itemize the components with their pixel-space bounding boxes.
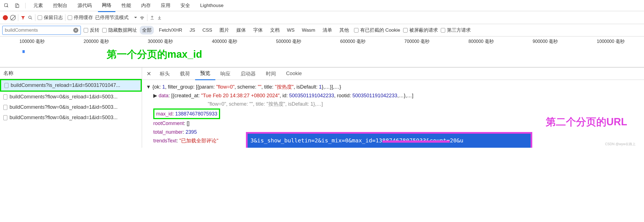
request-row[interactable]: buildComments?flow=0&is_reload=1&id=5003… — [0, 102, 142, 112]
filter-font[interactable]: 字体 — [251, 26, 265, 34]
separator — [25, 3, 26, 8]
blocked-cookies-checkbox[interactable]: 有已拦截的 Cookie — [354, 27, 400, 33]
timeline-label: 300000 毫秒 — [148, 39, 173, 45]
tab-response[interactable]: 响应 — [215, 68, 236, 80]
import-har-icon[interactable] — [150, 15, 155, 20]
filter-wasm[interactable]: Wasm — [300, 26, 318, 34]
network-conditions-icon[interactable] — [139, 15, 145, 20]
inspect-icon[interactable] — [2, 2, 11, 9]
annotation-first-page-max-id: 第一个分页的max_id — [107, 48, 202, 61]
svg-rect-2 — [17, 4, 19, 8]
clear-button-icon[interactable] — [10, 15, 16, 20]
third-party-checkbox[interactable]: 第三方请求 — [441, 27, 471, 33]
record-button-icon[interactable] — [3, 15, 8, 20]
filter-bar: buildComments ✕ 反转 隐藏数据网址 全部 Fetch/XHR J… — [0, 24, 644, 36]
device-toggle-icon[interactable] — [13, 2, 21, 9]
max-id-highlight: max_id: 138874678075933 — [153, 108, 220, 119]
tab-security[interactable]: 安全 — [177, 0, 194, 11]
tab-payload[interactable]: 载荷 — [175, 68, 195, 80]
request-row[interactable]: buildComments?flow=0&is_reload=1&id=5003… — [0, 92, 142, 102]
timeline-label: 900000 毫秒 — [533, 39, 558, 45]
tab-network[interactable]: 网络 — [98, 0, 115, 12]
clear-filter-icon[interactable]: ✕ — [73, 28, 78, 33]
filter-img[interactable]: 图片 — [217, 26, 231, 34]
devtools-tabs: 元素 控制台 源代码 网络 性能 内存 应用 安全 Lighthouse — [0, 0, 644, 11]
filter-doc[interactable]: 文档 — [268, 26, 282, 34]
url-selection-highlight: 3&is_show_bulletin=2&is_mix=0&max_id=138… — [246, 132, 532, 148]
tab-preview[interactable]: 预览 — [195, 67, 215, 80]
filter-input[interactable]: buildComments ✕ — [2, 26, 81, 35]
tab-lighthouse[interactable]: Lighthouse — [196, 0, 227, 11]
disable-cache-checkbox[interactable]: 停用缓存 — [68, 14, 93, 21]
chevron-down-icon — [134, 17, 137, 18]
filter-css[interactable]: CSS — [200, 26, 214, 34]
expand-collapse-icon[interactable]: ▶ — [153, 93, 157, 98]
filter-all[interactable]: 全部 — [140, 26, 154, 34]
timeline-request-mark — [22, 50, 25, 53]
filter-other[interactable]: 其他 — [337, 26, 351, 34]
close-detail-button[interactable]: ✕ — [143, 70, 155, 77]
tab-application[interactable]: 应用 — [157, 0, 174, 11]
tab-headers[interactable]: 标头 — [155, 68, 175, 80]
file-icon — [3, 94, 7, 100]
timeline-label: 100000 毫秒 — [19, 39, 45, 45]
timeline-label: 400000 毫秒 — [212, 39, 237, 45]
annotation-second-page-url: 第二个分页的URL — [546, 115, 627, 129]
watermark: CSDN @wyw在路上 — [605, 142, 636, 147]
tab-performance[interactable]: 性能 — [118, 0, 135, 11]
tab-memory[interactable]: 内存 — [137, 0, 155, 11]
filter-media[interactable]: 媒体 — [234, 26, 248, 34]
tab-console[interactable]: 控制台 — [49, 0, 71, 11]
svg-point-4 — [142, 19, 142, 19]
separator — [18, 14, 18, 21]
expand-collapse-icon[interactable]: ▼ — [146, 84, 151, 90]
request-list-panel: 名称 buildComments?is_reload=1&id=50031701… — [0, 68, 142, 148]
separator — [35, 14, 35, 21]
preserve-log-checkbox[interactable]: 保留日志 — [38, 14, 63, 21]
request-detail-panel: ✕ 标头 载荷 预览 响应 启动器 时间 Cookie ▼ {ok: 1, fi… — [142, 68, 644, 148]
timeline-label: 600000 毫秒 — [340, 39, 366, 45]
tab-timing[interactable]: 时间 — [261, 68, 281, 80]
request-row[interactable]: buildComments?is_reload=1&id=50031701047… — [0, 79, 142, 92]
throttling-selector[interactable]: 已停用节流模式 — [95, 14, 137, 21]
name-column-header: 名称 — [0, 68, 142, 79]
timeline-label: 200000 毫秒 — [84, 39, 109, 45]
filter-ws[interactable]: WS — [285, 26, 297, 34]
network-split: 名称 buildComments?is_reload=1&id=50031701… — [0, 67, 644, 148]
separator — [65, 14, 65, 21]
search-icon[interactable] — [28, 15, 33, 20]
hide-data-urls-checkbox[interactable]: 隐藏数据网址 — [102, 27, 137, 33]
filter-js[interactable]: JS — [187, 26, 197, 34]
detail-tabs: ✕ 标头 载荷 预览 响应 启动器 时间 Cookie — [142, 68, 644, 80]
timeline-label: 800000 毫秒 — [469, 39, 494, 45]
disable-cache-label: 停用缓存 — [74, 14, 93, 21]
tab-elements[interactable]: 元素 — [29, 0, 47, 11]
network-toolbar: 保留日志 停用缓存 已停用节流模式 — [0, 11, 644, 24]
filter-manifest[interactable]: 清单 — [320, 26, 334, 34]
tab-cookie[interactable]: Cookie — [281, 68, 307, 79]
timeline-label: 500000 毫秒 — [276, 39, 301, 45]
timeline-label: 700000 毫秒 — [404, 39, 430, 45]
timeline-label: 1000000 毫秒 — [597, 39, 625, 45]
request-row[interactable]: buildComments?flow=0&is_reload=1&id=5003… — [0, 112, 142, 123]
file-icon — [3, 105, 7, 110]
separator — [147, 14, 147, 21]
tab-initiator[interactable]: 启动器 — [236, 68, 261, 80]
blocked-requests-checkbox[interactable]: 被屏蔽的请求 — [403, 27, 438, 33]
invert-checkbox[interactable]: 反转 — [84, 27, 99, 33]
tab-sources[interactable]: 源代码 — [74, 0, 96, 11]
preserve-log-label: 保留日志 — [44, 14, 63, 21]
file-icon — [4, 83, 8, 88]
file-icon — [3, 115, 7, 120]
filter-icon[interactable] — [20, 15, 26, 20]
filter-fetch-xhr[interactable]: Fetch/XHR — [157, 26, 184, 34]
timeline-overview[interactable]: 100000 毫秒 200000 毫秒 300000 毫秒 400000 毫秒 … — [0, 36, 644, 67]
export-har-icon[interactable] — [157, 15, 162, 20]
svg-point-3 — [29, 16, 31, 18]
